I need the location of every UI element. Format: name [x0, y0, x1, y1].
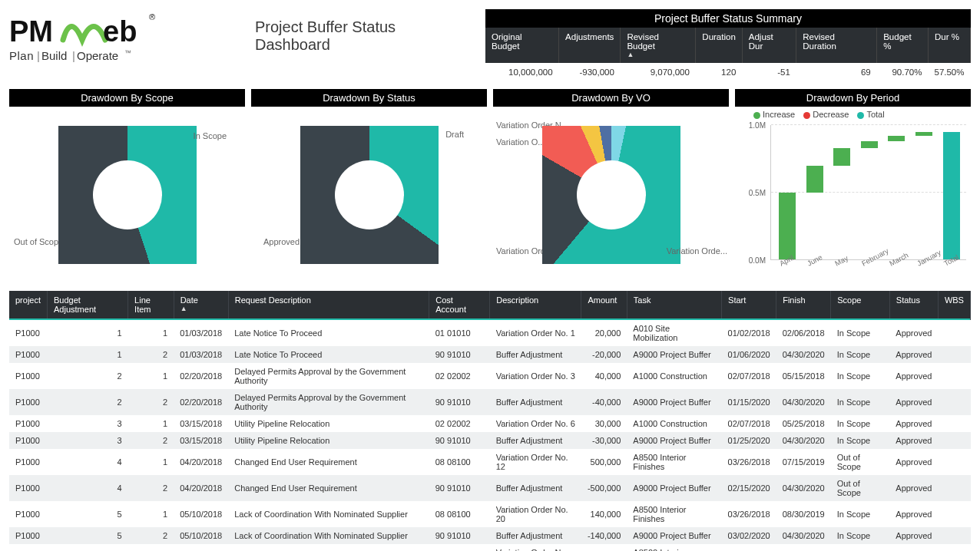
summary-cell: 69: [796, 63, 877, 81]
th-wbs[interactable]: WBS: [938, 291, 970, 318]
scope-label-out: Out of Scope: [14, 237, 63, 246]
table-row[interactable]: P10003203/15/2018Utility Pipeline Reloca…: [9, 432, 971, 449]
table-cell: Variation Order No. 20: [490, 501, 581, 527]
th-task[interactable]: Task: [627, 291, 721, 318]
svg-text:Operate: Operate: [77, 49, 118, 62]
table-cell: Out of Scope: [831, 475, 890, 501]
table-cell: 04/30/2020: [776, 475, 831, 501]
bar-may: [833, 148, 850, 166]
svg-text:™: ™: [124, 49, 131, 57]
table-cell: -40,000: [581, 389, 627, 415]
table-cell: Draft: [889, 544, 938, 551]
chart-period: Drawdown By Period Increase Decrease Tot…: [735, 89, 971, 283]
status-label-approved: Approved: [263, 237, 300, 246]
table-cell: Changed End User Requirement: [228, 449, 429, 475]
table-cell: 140,000: [581, 501, 627, 527]
th-date[interactable]: Date▲: [174, 291, 228, 318]
summary-th-adjustments[interactable]: Adjustments: [559, 28, 621, 63]
table-cell: 1: [128, 449, 174, 475]
table-cell: P1000: [9, 346, 48, 363]
table-row[interactable]: P10006106/06/2018Delayed Approvals of Ro…: [9, 544, 971, 551]
table-cell: 90 91010: [429, 389, 490, 415]
table-cell: 04/30/2020: [776, 389, 831, 415]
summary-th-duration[interactable]: Duration: [696, 28, 742, 63]
chart-period-body[interactable]: Increase Decrease Total 0.0M 0.5M 1.0M: [735, 107, 971, 283]
table-cell: 40,000: [581, 363, 627, 389]
table-row[interactable]: P10004204/20/2018Changed End User Requir…: [9, 475, 971, 501]
chart-vo-body[interactable]: Variation Order N... Variation O... Vari…: [493, 107, 729, 283]
table-cell: [938, 389, 970, 415]
summary-th-original-budget[interactable]: Original Budget: [485, 28, 559, 63]
table-row[interactable]: P10001101/03/2018Late Notice To Proceed0…: [9, 320, 971, 346]
table-cell: 03/26/2018: [722, 449, 776, 475]
table-cell: Variation Order No. 1: [490, 320, 581, 346]
table-cell: 1: [128, 363, 174, 389]
summary-cell: 57.50%: [928, 63, 970, 81]
table-row[interactable]: P10004104/20/2018Changed End User Requir…: [9, 449, 971, 475]
table-cell: 1: [128, 415, 174, 432]
summary-th-dur-pct[interactable]: Dur %: [928, 28, 970, 63]
summary-th-revised-budget[interactable]: Revised Budget▲: [621, 28, 696, 63]
table-cell: 01/15/2020: [722, 389, 776, 415]
table-cell: Buffer Adjustment: [490, 389, 581, 415]
th-description[interactable]: Description: [490, 291, 581, 318]
table-cell: 04/20/2018: [174, 449, 228, 475]
table-cell: P1000: [9, 527, 48, 544]
sort-asc-icon: ▲: [180, 305, 222, 312]
table-cell: Variation Order No. 3: [490, 363, 581, 389]
table-cell: Variation Order No. 22: [490, 544, 581, 551]
table-cell: 01/02/2018: [722, 320, 776, 346]
table-cell: [938, 544, 970, 551]
chart-scope-body[interactable]: Out of Scope In Scope: [9, 107, 245, 283]
th-finish[interactable]: Finish: [776, 291, 831, 318]
th-cost-acct[interactable]: Cost Account: [429, 291, 490, 318]
th-request[interactable]: Request Description: [228, 291, 429, 318]
table-cell: 5: [48, 527, 128, 544]
table-cell: Approved: [889, 501, 938, 527]
table-cell: Late Notice To Proceed: [228, 320, 429, 346]
summary-th-adjust-dur[interactable]: Adjust Dur: [742, 28, 796, 63]
table-row[interactable]: P10002102/20/2018Delayed Permits Approva…: [9, 363, 971, 389]
table-cell: -140,000: [581, 527, 627, 544]
table-cell: In Scope: [831, 501, 890, 527]
table-cell: [938, 432, 970, 449]
th-amount[interactable]: Amount: [581, 291, 627, 318]
th-status[interactable]: Status: [889, 291, 938, 318]
table-cell: 02 02002: [429, 363, 490, 389]
vo-donut: [542, 126, 680, 264]
table-row[interactable]: P10003103/15/2018Utility Pipeline Reloca…: [9, 415, 971, 432]
table-cell: 01/03/2018: [174, 320, 228, 346]
table-row[interactable]: P10002202/20/2018Delayed Permits Approva…: [9, 389, 971, 415]
table-cell: 3: [48, 432, 128, 449]
table-cell: 5: [48, 501, 128, 527]
table-cell: Lack of Coordination With Nominated Supp…: [228, 501, 429, 527]
table-cell: 05/10/2018: [174, 501, 228, 527]
th-project[interactable]: project: [9, 291, 48, 318]
summary-block: Project Buffer Status Summary Original B…: [485, 9, 971, 81]
chart-status-body[interactable]: Approved Draft: [251, 107, 487, 283]
th-line-item[interactable]: Line Item: [128, 291, 174, 318]
th-scope[interactable]: Scope: [831, 291, 890, 318]
table-cell: A9000 Project Buffer: [627, 346, 721, 363]
th-start[interactable]: Start: [722, 291, 776, 318]
summary-cell: -51: [742, 63, 796, 81]
summary-table: Original Budget Adjustments Revised Budg…: [485, 28, 971, 81]
summary-th-budget-pct[interactable]: Budget %: [877, 28, 929, 63]
x-axis: April June May February March January To…: [770, 260, 966, 283]
table-cell: In Scope: [831, 527, 890, 544]
summary-cell: 90.70%: [877, 63, 929, 81]
table-cell: 02/06/2018: [776, 320, 831, 346]
table-cell: A9000 Project Buffer: [627, 475, 721, 501]
table-row[interactable]: P10005105/10/2018Lack of Coordination Wi…: [9, 501, 971, 527]
table-row[interactable]: P10001201/03/2018Late Notice To Proceed9…: [9, 346, 971, 363]
summary-th-revised-duration[interactable]: Revised Duration: [796, 28, 877, 63]
table-cell: [938, 449, 970, 475]
table-cell: P1000: [9, 389, 48, 415]
pmweb-logo: PM eb ® Plan | Build | Operate ™: [9, 9, 186, 71]
th-budget-adj[interactable]: Budget Adjustment: [48, 291, 128, 318]
table-cell: 1: [48, 346, 128, 363]
table-cell: In Scope: [831, 415, 890, 432]
table-cell: In Scope: [831, 363, 890, 389]
table-row[interactable]: P10005205/10/2018Lack of Coordination Wi…: [9, 527, 971, 544]
table-cell: 1: [128, 320, 174, 346]
